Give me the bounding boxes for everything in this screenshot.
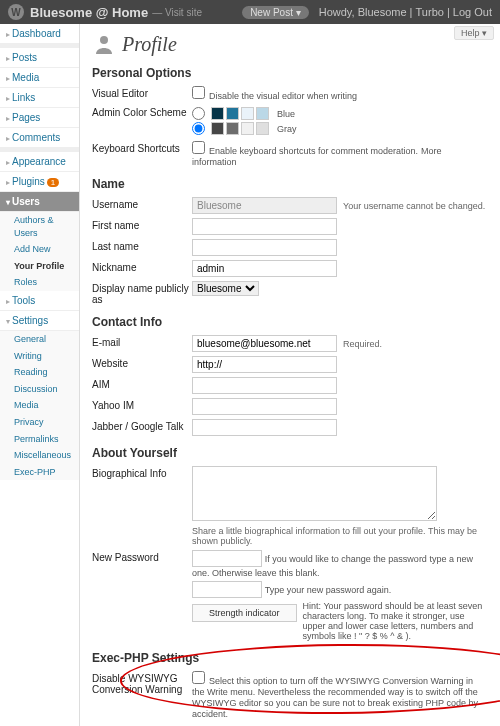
submenu-writing[interactable]: Writing — [0, 348, 79, 365]
plugin-update-badge: 1 — [47, 178, 59, 187]
label-yahoo: Yahoo IM — [92, 398, 192, 411]
kb-shortcuts-checkbox[interactable] — [192, 141, 205, 154]
menu-plugins[interactable]: ▸Plugins1 — [0, 172, 79, 192]
kb-shortcuts-desc: Enable keyboard shortcuts for comment mo… — [209, 146, 418, 156]
color-gray-radio[interactable] — [192, 122, 205, 135]
submenu-your-profile[interactable]: Your Profile — [0, 258, 79, 275]
menu-comments[interactable]: ▸Comments — [0, 128, 79, 148]
submenu-execphp[interactable]: Exec-PHP — [0, 464, 79, 481]
visual-editor-desc: Disable the visual editor when writing — [209, 91, 357, 101]
password2-input[interactable] — [192, 581, 262, 598]
color-blue-label: Blue — [277, 109, 295, 119]
menu-pages[interactable]: ▸Pages — [0, 108, 79, 128]
help-tab[interactable]: Help ▾ — [454, 26, 494, 40]
yahoo-input[interactable] — [192, 398, 337, 415]
label-email: E-mail — [92, 335, 192, 348]
displayas-select[interactable]: Bluesome — [192, 281, 259, 296]
wp-logo-icon: W — [8, 4, 24, 20]
label-disable-wys: Disable WYSIWYG Conversion Warning — [92, 671, 192, 695]
users-submenu: Authors & Users Add New Your Profile Rol… — [0, 212, 79, 291]
submenu-permalinks[interactable]: Permalinks — [0, 431, 79, 448]
label-aim: AIM — [92, 377, 192, 390]
disable-wys-note: Select this option to turn off the WYSIW… — [192, 676, 478, 719]
submenu-privacy[interactable]: Privacy — [0, 414, 79, 431]
strength-indicator: Strength indicator — [192, 604, 297, 622]
submenu-misc[interactable]: Miscellaneous — [0, 447, 79, 464]
nickname-input[interactable] — [192, 260, 337, 277]
label-username: Username — [92, 197, 192, 210]
submenu-discussion[interactable]: Discussion — [0, 381, 79, 398]
pw-note2: Type your new password again. — [265, 585, 392, 595]
bio-textarea[interactable] — [192, 466, 437, 521]
jabber-input[interactable] — [192, 419, 337, 436]
section-exec: Exec-PHP Settings — [92, 651, 488, 665]
label-kb-shortcuts: Keyboard Shortcuts — [92, 141, 192, 154]
email-input[interactable] — [192, 335, 337, 352]
visual-editor-checkbox[interactable] — [192, 86, 205, 99]
lastname-input[interactable] — [192, 239, 337, 256]
firstname-input[interactable] — [192, 218, 337, 235]
bio-note: Share a little biographical information … — [192, 526, 488, 546]
label-visual-editor: Visual Editor — [92, 86, 192, 99]
label-lastname: Last name — [92, 239, 192, 252]
password1-input[interactable] — [192, 550, 262, 567]
submenu-reading[interactable]: Reading — [0, 364, 79, 381]
logout-link[interactable]: Log Out — [453, 6, 492, 18]
menu-dashboard[interactable]: ▸Dashboard — [0, 24, 79, 44]
website-input[interactable] — [192, 356, 337, 373]
menu-tools[interactable]: ▸Tools — [0, 291, 79, 311]
visit-site-link[interactable]: — Visit site — [152, 7, 202, 18]
pw-hint: Hint: Your password should be at least s… — [303, 601, 488, 641]
section-personal: Personal Options — [92, 66, 488, 80]
disable-wys-checkbox[interactable] — [192, 671, 205, 684]
section-name: Name — [92, 177, 488, 191]
admin-sidebar: ▸Dashboard ▸Posts ▸Media ▸Links ▸Pages ▸… — [0, 24, 80, 726]
turbo-link[interactable]: Turbo — [416, 6, 444, 18]
submenu-general[interactable]: General — [0, 331, 79, 348]
menu-appearance[interactable]: ▸Appearance — [0, 152, 79, 172]
howdy-text: Howdy, — [319, 6, 355, 18]
submenu-add-new[interactable]: Add New — [0, 241, 79, 258]
blue-swatches — [211, 107, 269, 120]
menu-users[interactable]: ▾Users — [0, 192, 79, 212]
label-displayas: Display name publicly as — [92, 281, 192, 305]
label-jabber: Jabber / Google Talk — [92, 419, 192, 432]
label-firstname: First name — [92, 218, 192, 231]
label-bio: Biographical Info — [92, 466, 192, 479]
label-website: Website — [92, 356, 192, 369]
menu-settings[interactable]: ▾Settings — [0, 311, 79, 331]
submenu-authors[interactable]: Authors & Users — [0, 212, 79, 241]
email-note: Required. — [343, 339, 382, 349]
color-blue-radio[interactable] — [192, 107, 205, 120]
menu-links[interactable]: ▸Links — [0, 88, 79, 108]
menu-media[interactable]: ▸Media — [0, 68, 79, 88]
section-contact: Contact Info — [92, 315, 488, 329]
new-post-button[interactable]: New Post ▾ — [242, 6, 309, 19]
page-title: Profile — [122, 33, 177, 56]
section-about: About Yourself — [92, 446, 488, 460]
label-nickname: Nickname — [92, 260, 192, 273]
username-note: Your username cannot be changed. — [343, 201, 485, 211]
menu-posts[interactable]: ▸Posts — [0, 48, 79, 68]
submenu-media[interactable]: Media — [0, 397, 79, 414]
label-admin-color: Admin Color Scheme — [92, 105, 192, 118]
label-newpw: New Password — [92, 550, 192, 563]
svg-point-0 — [100, 36, 108, 44]
gray-swatches — [211, 122, 269, 135]
color-gray-label: Gray — [277, 124, 297, 134]
settings-submenu: General Writing Reading Discussion Media… — [0, 331, 79, 480]
username-input — [192, 197, 337, 214]
profile-icon — [92, 32, 116, 56]
site-title[interactable]: Bluesome @ Home — [30, 5, 148, 20]
user-link[interactable]: Bluesome — [358, 6, 407, 18]
submenu-roles[interactable]: Roles — [0, 274, 79, 291]
aim-input[interactable] — [192, 377, 337, 394]
